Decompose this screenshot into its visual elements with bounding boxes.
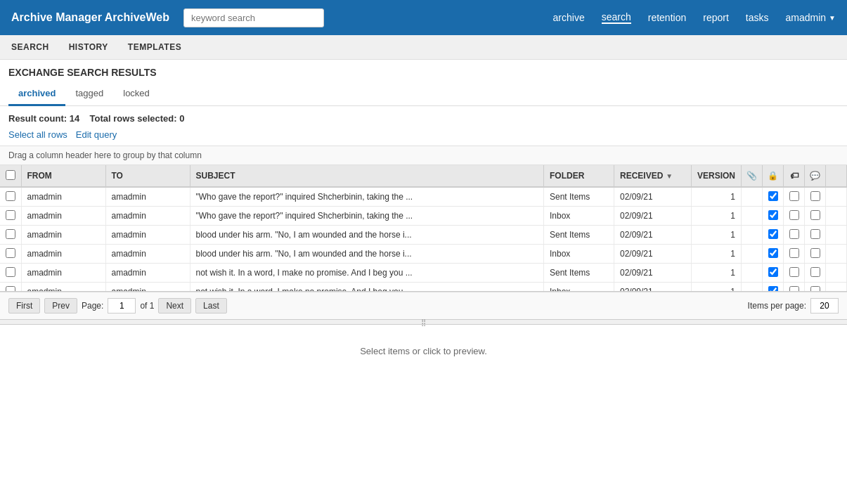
nav-archive[interactable]: archive	[553, 12, 585, 23]
row-received: 02/09/21	[614, 226, 691, 245]
page-number-input[interactable]	[108, 298, 136, 314]
row-subject: "Who gave the report?" inquired Shcherbi…	[190, 207, 543, 226]
items-per-page-control: Items per page:	[748, 298, 839, 314]
action-links: Select all rows Edit query	[0, 127, 847, 146]
result-count-label: Result count:	[8, 113, 67, 124]
tab-archived[interactable]: archived	[8, 82, 65, 106]
row-tag-checkbox[interactable]	[789, 248, 799, 258]
row-lock-checkbox[interactable]	[768, 286, 778, 292]
keyword-search-box[interactable]	[183, 8, 324, 27]
row-extra	[826, 226, 847, 245]
row-checkbox[interactable]	[6, 286, 15, 292]
row-to: amadmin	[105, 187, 190, 207]
row-tag-checkbox[interactable]	[789, 286, 799, 292]
comment-header-icon: 💬	[810, 171, 820, 181]
row-received: 02/09/21	[614, 264, 691, 283]
row-checkbox-cell[interactable]	[0, 245, 21, 264]
row-version: 1	[691, 245, 741, 264]
row-comment-checkbox[interactable]	[810, 210, 820, 220]
row-subject: "Who gave the report?" inquired Shcherbi…	[190, 187, 543, 207]
row-lock-checkbox[interactable]	[768, 191, 778, 201]
row-tag	[784, 187, 805, 207]
header-version[interactable]: VERSION	[691, 165, 741, 187]
items-per-page-input[interactable]	[810, 298, 839, 314]
last-page-button[interactable]: Last	[195, 298, 227, 314]
row-attachment	[742, 207, 763, 226]
table-scroll[interactable]: FROM TO SUBJECT FOLDER RECEIVED ▼ VERSIO…	[0, 165, 847, 292]
row-checkbox[interactable]	[6, 191, 15, 201]
header-folder[interactable]: FOLDER	[543, 165, 614, 187]
row-subject: not wish it. In a word, I make no promis…	[190, 283, 543, 292]
row-from: amadmin	[21, 207, 105, 226]
row-checkbox-cell[interactable]	[0, 283, 21, 292]
received-sort-arrow: ▼	[666, 172, 673, 180]
nav-search[interactable]: search	[602, 11, 631, 24]
result-tabs: archived tagged locked	[0, 82, 847, 106]
header-received[interactable]: RECEIVED ▼	[614, 165, 691, 187]
row-received: 02/09/21	[614, 207, 691, 226]
row-checkbox-cell[interactable]	[0, 207, 21, 226]
row-checkbox[interactable]	[6, 248, 15, 258]
row-tag	[784, 207, 805, 226]
row-comment-checkbox[interactable]	[810, 191, 820, 201]
row-folder: Inbox	[543, 283, 614, 292]
row-lock-checkbox[interactable]	[768, 267, 778, 277]
nav-amadmin[interactable]: amadmin ▼	[786, 12, 836, 23]
subnav-search[interactable]: SEARCH	[8, 35, 52, 59]
row-lock-checkbox[interactable]	[768, 229, 778, 239]
nav-tasks[interactable]: tasks	[746, 12, 769, 23]
row-comment-checkbox[interactable]	[810, 267, 820, 277]
row-to: amadmin	[105, 245, 190, 264]
header-subject[interactable]: SUBJECT	[190, 165, 543, 187]
header-from[interactable]: FROM	[21, 165, 105, 187]
row-received: 02/09/21	[614, 245, 691, 264]
tab-locked[interactable]: locked	[113, 82, 160, 106]
select-all-rows-link[interactable]: Select all rows	[8, 129, 67, 140]
row-lock	[763, 283, 784, 292]
table-row: amadmin amadmin not wish it. In a word, …	[0, 264, 847, 283]
row-attachment	[742, 226, 763, 245]
row-lock-checkbox[interactable]	[768, 248, 778, 258]
row-tag	[784, 245, 805, 264]
row-checkbox[interactable]	[6, 229, 15, 239]
row-comment-checkbox[interactable]	[810, 248, 820, 258]
row-tag-checkbox[interactable]	[789, 210, 799, 220]
row-checkbox-cell[interactable]	[0, 226, 21, 245]
row-tag	[784, 264, 805, 283]
tab-tagged[interactable]: tagged	[65, 82, 113, 106]
row-comment-checkbox[interactable]	[810, 286, 820, 292]
page-label: Page:	[82, 301, 103, 311]
row-comment-checkbox[interactable]	[810, 229, 820, 239]
edit-query-link[interactable]: Edit query	[76, 129, 117, 140]
row-lock	[763, 187, 784, 207]
nav-report[interactable]: report	[703, 12, 729, 23]
row-checkbox[interactable]	[6, 267, 15, 277]
row-extra	[826, 283, 847, 292]
row-received: 02/09/21	[614, 283, 691, 292]
row-tag-checkbox[interactable]	[789, 191, 799, 201]
keyword-search-input[interactable]	[183, 8, 324, 27]
row-tag-checkbox[interactable]	[789, 267, 799, 277]
header-to[interactable]: TO	[105, 165, 190, 187]
subnav-history[interactable]: HISTORY	[66, 35, 111, 59]
row-checkbox-cell[interactable]	[0, 264, 21, 283]
nav-retention[interactable]: retention	[648, 12, 686, 23]
row-folder: Sent Items	[543, 264, 614, 283]
select-all-checkbox[interactable]	[6, 170, 15, 180]
row-lock	[763, 245, 784, 264]
row-tag-checkbox[interactable]	[789, 229, 799, 239]
next-page-button[interactable]: Next	[158, 298, 191, 314]
row-lock-checkbox[interactable]	[768, 210, 778, 220]
header-extra	[826, 165, 847, 187]
row-checkbox-cell[interactable]	[0, 187, 21, 207]
header-select-all[interactable]	[0, 165, 21, 187]
prev-page-button[interactable]: Prev	[44, 298, 77, 314]
sub-navigation: SEARCH HISTORY TEMPLATES	[0, 35, 847, 60]
subnav-templates[interactable]: TEMPLATES	[125, 35, 184, 59]
first-page-button[interactable]: First	[8, 298, 40, 314]
row-attachment	[742, 245, 763, 264]
row-checkbox[interactable]	[6, 210, 15, 220]
table-row: amadmin amadmin blood under his arm. "No…	[0, 226, 847, 245]
resize-handle[interactable]: ⣿	[0, 319, 847, 325]
row-comment	[805, 187, 826, 207]
